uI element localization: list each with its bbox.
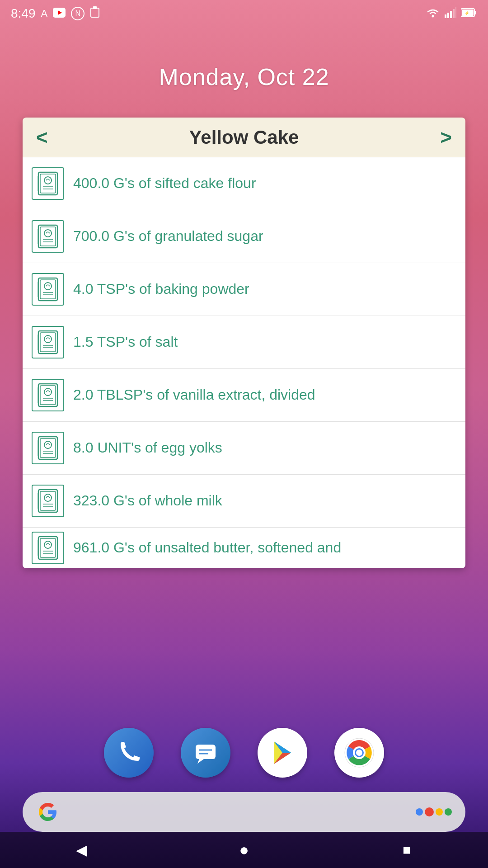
svg-point-40 — [44, 388, 52, 396]
ingredient-text-8: 961.0 G's of unsalted butter, softened a… — [73, 538, 341, 557]
list-item[interactable]: 2.0 TBLSP's of vanilla extract, divided — [23, 369, 465, 422]
svg-rect-12 — [474, 11, 476, 14]
ingredient-text-5: 2.0 TBLSP's of vanilla extract, divided — [73, 386, 315, 405]
red-dot — [425, 807, 434, 816]
date-display: Monday, Oct 22 — [0, 63, 488, 90]
home-button[interactable]: ● — [230, 836, 258, 863]
messages-app-icon[interactable] — [181, 728, 230, 778]
svg-point-58 — [44, 541, 52, 548]
svg-rect-9 — [455, 7, 456, 18]
svg-point-73 — [356, 750, 362, 756]
chrome-app-icon[interactable] — [334, 728, 384, 778]
svg-marker-63 — [197, 759, 204, 764]
google-logo — [36, 800, 60, 824]
svg-rect-6 — [447, 13, 449, 18]
ingredient-text-4: 1.5 TSP's of salt — [73, 333, 178, 352]
phone-app-icon[interactable] — [104, 728, 154, 778]
clipboard-icon — [90, 6, 100, 21]
ingredient-text-1: 400.0 G's of sifted cake flour — [73, 174, 256, 193]
back-button[interactable]: ◀ — [68, 836, 95, 863]
list-item[interactable]: 1.5 TSP's of salt — [23, 316, 465, 369]
recipe-book-icon-2 — [32, 220, 64, 253]
ingredient-text-3: 4.0 TSP's of baking powder — [73, 280, 249, 299]
svg-rect-8 — [453, 9, 455, 18]
svg-point-34 — [44, 335, 52, 343]
list-item[interactable]: 8.0 UNIT's of egg yolks — [23, 422, 465, 475]
svg-rect-62 — [196, 745, 216, 759]
svg-point-22 — [44, 230, 52, 237]
signal-icon — [445, 7, 456, 20]
recipe-header: < Yellow Cake > — [23, 118, 465, 157]
status-left: 8:49 A N — [11, 6, 100, 21]
list-item[interactable]: 4.0 TSP's of baking powder — [23, 263, 465, 316]
list-item[interactable]: 323.0 G's of whole milk — [23, 475, 465, 528]
google-mic-dots — [416, 807, 452, 816]
svg-point-52 — [44, 494, 52, 501]
wifi-icon — [426, 7, 440, 20]
recipe-book-icon-6 — [32, 432, 64, 464]
youtube-icon — [53, 6, 66, 21]
blue-dot — [416, 808, 423, 816]
status-right: ⚡ — [426, 7, 477, 20]
list-item[interactable]: 961.0 G's of unsalted butter, softened a… — [23, 528, 465, 568]
google-search-bar[interactable] — [23, 792, 465, 832]
ingredient-list: 400.0 G's of sifted cake flour 700.0 G's… — [23, 157, 465, 568]
status-bar: 8:49 A N — [0, 0, 488, 27]
next-recipe-button[interactable]: > — [440, 127, 452, 147]
ingredient-text-6: 8.0 UNIT's of egg yolks — [73, 439, 222, 458]
list-item[interactable]: 700.0 G's of granulated sugar — [23, 210, 465, 263]
ingredient-text-2: 700.0 G's of granulated sugar — [73, 227, 263, 246]
svg-rect-3 — [93, 6, 97, 9]
play-store-icon[interactable] — [258, 728, 307, 778]
list-item[interactable]: 400.0 G's of sifted cake flour — [23, 157, 465, 210]
svg-point-28 — [44, 283, 52, 290]
recipe-book-icon-8 — [32, 532, 64, 564]
time-display: 8:49 — [11, 6, 36, 21]
svg-text:⚡: ⚡ — [465, 10, 470, 16]
nbs-icon: N — [71, 7, 84, 20]
date-area: Monday, Oct 22 — [0, 27, 488, 118]
svg-rect-5 — [445, 14, 446, 18]
battery-icon: ⚡ — [461, 8, 477, 19]
recipe-card: < Yellow Cake > 400.0 G's of sifted cake… — [23, 118, 465, 568]
dock — [0, 728, 488, 778]
svg-point-46 — [44, 441, 52, 448]
recipe-title: Yellow Cake — [189, 127, 299, 148]
recipe-book-icon-1 — [32, 167, 64, 200]
recipe-book-icon-3 — [32, 273, 64, 306]
ingredient-text-7: 323.0 G's of whole milk — [73, 491, 222, 510]
keyboard-icon: A — [41, 8, 48, 19]
green-dot — [445, 808, 452, 816]
svg-point-4 — [432, 15, 434, 18]
yellow-dot — [436, 808, 443, 816]
svg-rect-7 — [450, 11, 452, 18]
recipe-book-icon-4 — [32, 326, 64, 359]
svg-rect-2 — [91, 8, 99, 17]
recipe-book-icon-7 — [32, 485, 64, 517]
recents-button[interactable]: ■ — [393, 836, 420, 863]
svg-point-16 — [44, 177, 52, 184]
prev-recipe-button[interactable]: < — [36, 127, 48, 147]
navigation-bar: ◀ ● ■ — [0, 832, 488, 868]
recipe-book-icon-5 — [32, 379, 64, 411]
